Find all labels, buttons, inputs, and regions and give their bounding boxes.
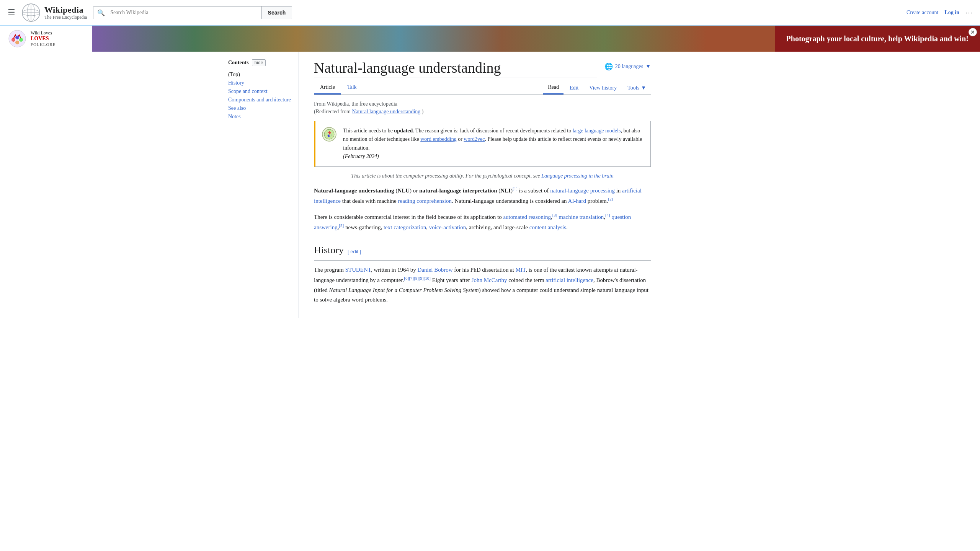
intro-paragraph: Natural-language understanding (NLU) or …: [314, 185, 651, 206]
contents-title: Contents: [228, 60, 249, 66]
banner-folklore-text: FOLKLORE: [31, 42, 56, 47]
banner-close-button[interactable]: ✕: [969, 28, 977, 36]
banner-loves-text: LOVES: [31, 36, 56, 42]
tab-talk[interactable]: Talk: [341, 81, 363, 95]
automated-reasoning-link[interactable]: automated reasoning: [503, 214, 551, 220]
nli-bold: natural-language interpretation: [419, 187, 497, 194]
artificial-intelligence-link2[interactable]: artificial intelligence: [546, 277, 593, 283]
italic-disambiguation: This article is about the computer proce…: [314, 173, 651, 179]
text-categorization-link[interactable]: text categorization: [384, 224, 426, 230]
update-text-after: . The reason given is: lack of discussio…: [413, 128, 572, 134]
tab-read[interactable]: Read: [543, 81, 564, 95]
create-account-link[interactable]: Create account: [906, 10, 939, 16]
sidebar-toc: Contents hide (Top) History Scope and co…: [222, 52, 299, 318]
ref-5-link[interactable]: [5]: [339, 223, 344, 228]
table-of-contents: (Top) History Scope and context Componen…: [228, 71, 292, 120]
toc-item-top: (Top): [228, 71, 292, 78]
nlu-abbr: NLU: [397, 187, 410, 194]
wikipedia-logo[interactable]: Wikipedia The Free Encyclopedia: [21, 3, 87, 22]
contents-header: Contents hide: [228, 59, 292, 66]
update-notice: This article needs to be updated. The re…: [314, 121, 651, 167]
svg-point-7: [11, 38, 15, 42]
history-edit-link: [ edit ]: [348, 248, 361, 256]
john-mccarthy-link[interactable]: John McCarthy: [472, 277, 507, 283]
ref-3: [3]: [552, 213, 557, 217]
reading-comprehension-link[interactable]: reading comprehension: [398, 198, 452, 204]
translate-icon: 🌐: [604, 62, 613, 71]
toc-see-also-link[interactable]: See also: [228, 105, 246, 111]
hamburger-menu-icon[interactable]: ☰: [8, 8, 15, 18]
search-icon: 🔍: [93, 7, 109, 19]
search-form: 🔍 Search: [93, 6, 292, 19]
ref-2-link[interactable]: [2]: [608, 197, 613, 201]
tab-view-history[interactable]: View history: [585, 82, 621, 94]
update-text-or: or: [457, 136, 464, 142]
redirected-prefix: (Redirected from: [314, 109, 351, 114]
ref-4-link[interactable]: [4]: [605, 213, 610, 217]
search-button[interactable]: Search: [261, 7, 292, 19]
header-right: Create account Log in ⋯: [906, 8, 972, 17]
large-language-models-link[interactable]: large language models: [573, 128, 621, 134]
language-processing-brain-link[interactable]: Language processing in the brain: [541, 173, 613, 179]
refs-6-10: [6][7][8][9][10]: [404, 276, 431, 280]
word-embedding-link[interactable]: word embedding: [420, 136, 456, 142]
update-updated-bold: updated: [394, 128, 413, 134]
update-icon: [322, 127, 337, 142]
article-body: Natural-language understanding (NLU) or …: [314, 185, 651, 305]
banner-images: [92, 26, 775, 52]
header: ☰ Wikipedia The Free Encyclopedia 🔍 Sear…: [0, 0, 980, 26]
word2vec-link[interactable]: word2vec: [464, 136, 485, 142]
ref-1: [1]: [513, 186, 518, 191]
tools-chevron-icon: ▼: [641, 85, 646, 91]
search-input[interactable]: [109, 7, 261, 19]
machine-translation-link[interactable]: machine translation: [559, 214, 604, 220]
nli-abbr: NLI: [500, 187, 511, 194]
ref-1-link[interactable]: [1]: [513, 186, 518, 191]
banner-left: Wiki Loves LOVES FOLKLORE: [0, 26, 92, 52]
history-heading: History [ edit ]: [314, 242, 651, 261]
languages-button[interactable]: 🌐 20 languages ▼: [604, 62, 651, 71]
toc-top-label[interactable]: (Top): [228, 72, 240, 77]
banner-wiki-text: Wiki Loves: [31, 30, 56, 36]
banner-text: Wiki Loves LOVES FOLKLORE: [31, 30, 56, 47]
ref-3-link[interactable]: [3]: [552, 213, 557, 217]
ref-4: [4]: [605, 213, 610, 217]
content-analysis-link[interactable]: content analysis: [529, 224, 566, 230]
page-title-row: Natural-language understanding 🌐 20 lang…: [314, 59, 651, 78]
banner-cta-text: Photograph your local culture, help Wiki…: [786, 34, 969, 44]
toc-scope-link[interactable]: Scope and context: [228, 88, 268, 94]
toc-notes-link[interactable]: Notes: [228, 114, 241, 119]
nlu-bold: Natural-language understanding: [314, 187, 394, 194]
lang-dropdown-icon: ▼: [645, 64, 651, 70]
mit-link[interactable]: MIT: [516, 267, 526, 273]
voice-activation-link[interactable]: voice-activation: [429, 224, 466, 230]
redirected-close: ): [422, 109, 424, 114]
lang-count: 20 languages: [615, 64, 643, 70]
toc-item-history: History: [228, 79, 292, 86]
history-edit-anchor[interactable]: edit: [350, 249, 358, 254]
update-date: (February 2024): [343, 153, 379, 159]
hide-toc-button[interactable]: hide: [252, 59, 266, 66]
toc-history-link[interactable]: History: [228, 80, 244, 86]
redirected-link[interactable]: Natural language understanding: [352, 109, 421, 114]
history-paragraph: The program STUDENT, written in 1964 by …: [314, 265, 651, 305]
tab-edit[interactable]: Edit: [565, 82, 583, 94]
log-in-link[interactable]: Log in: [944, 10, 959, 16]
toc-components-link[interactable]: Components and architecture: [228, 97, 291, 103]
logo-text: Wikipedia The Free Encyclopedia: [44, 5, 87, 20]
ai-hard-link[interactable]: AI-hard: [568, 198, 586, 204]
wiki-loves-logo: [8, 29, 27, 48]
refs-6-10-link[interactable]: [6][7][8][9][10]: [404, 276, 431, 280]
commercial-paragraph: There is considerable commercial interes…: [314, 212, 651, 233]
student-link[interactable]: STUDENT: [345, 267, 371, 273]
toc-item-scope: Scope and context: [228, 88, 292, 95]
tools-label: Tools: [627, 85, 639, 91]
italic-notice-text: This article is about the computer proce…: [351, 173, 541, 179]
nlp-link[interactable]: natural-language processing: [550, 187, 615, 194]
tabs-right: Read Edit View history Tools ▼: [543, 81, 651, 95]
tab-article[interactable]: Article: [314, 81, 341, 95]
update-icon-wrap: [322, 127, 337, 161]
tools-dropdown[interactable]: Tools ▼: [623, 82, 651, 94]
daniel-bobrow-link[interactable]: Daniel Bobrow: [418, 267, 453, 273]
more-options-icon[interactable]: ⋯: [965, 8, 972, 17]
